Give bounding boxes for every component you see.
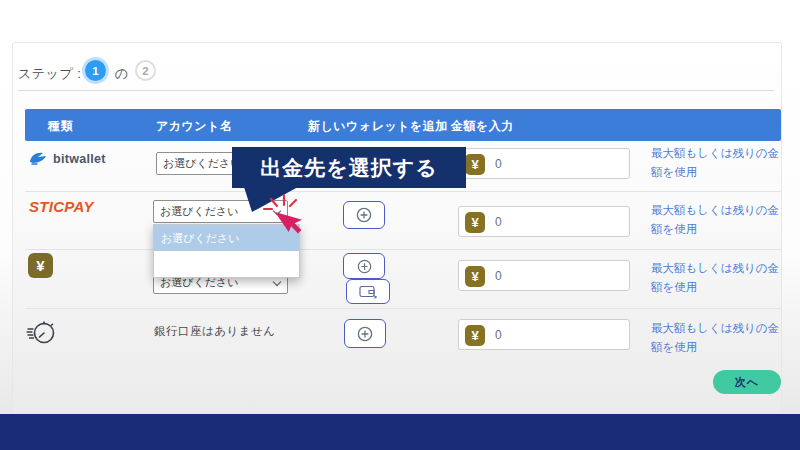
yen-badge-icon: ¥ xyxy=(465,266,485,287)
plus-circle-icon xyxy=(357,259,372,274)
use-max-link[interactable]: 最大額もしくは残りの金額を使用 xyxy=(651,319,787,356)
amount-input-yen[interactable]: ¥ 0 xyxy=(458,260,630,291)
sticpay-logo: STICPAY xyxy=(29,198,94,215)
click-cursor-icon xyxy=(258,190,310,256)
divider xyxy=(25,308,781,309)
yen-badge-icon: ¥ xyxy=(465,154,485,175)
amount-value: 0 xyxy=(495,157,502,171)
amount-input-bank[interactable]: ¥ 0 xyxy=(458,319,630,350)
amount-input-bitwallet[interactable]: ¥ 0 xyxy=(458,148,630,179)
bitwallet-logo: bitwallet xyxy=(29,151,106,166)
step-label: ステップ : xyxy=(18,65,81,83)
plus-circle-icon xyxy=(357,326,373,342)
wallet-button[interactable] xyxy=(346,279,390,304)
amount-value: 0 xyxy=(495,269,502,283)
tooltip-select-destination: 出金先を選択する xyxy=(232,147,466,188)
add-wallet-button[interactable] xyxy=(344,319,386,348)
step-2-badge: 2 xyxy=(135,60,156,81)
divider xyxy=(25,191,781,192)
stopwatch-icon xyxy=(26,315,58,351)
table-header: 種類 アカウント名 新しいウォレットを追加 金額を入力 xyxy=(25,109,781,141)
wallet-icon xyxy=(359,284,378,299)
use-max-link[interactable]: 最大額もしくは残りの金額を使用 xyxy=(651,259,787,296)
use-max-link[interactable]: 最大額もしくは残りの金額を使用 xyxy=(651,201,787,238)
use-max-link[interactable]: 最大額もしくは残りの金額を使用 xyxy=(651,144,787,181)
add-wallet-button[interactable] xyxy=(343,201,385,229)
yen-badge-icon: ¥ xyxy=(465,212,485,233)
account-select-value: お選びください xyxy=(163,157,242,169)
amount-value: 0 xyxy=(495,328,502,342)
header-account-name: アカウント名 xyxy=(156,118,232,135)
account-select-value: お選びください xyxy=(160,205,239,217)
no-bank-account-text: 銀行口座はありません xyxy=(154,324,276,339)
amount-value: 0 xyxy=(495,215,502,229)
yen-wallet-icon: ¥ xyxy=(28,253,53,278)
bitwallet-logo-icon xyxy=(29,151,49,166)
footer-bar xyxy=(0,414,800,450)
add-wallet-button[interactable] xyxy=(343,253,385,279)
divider xyxy=(25,249,781,250)
withdrawal-card: ステップ : 1 の 2 種類 アカウント名 新しいウォレットを追加 金額を入力… xyxy=(12,42,782,413)
header-type: 種類 xyxy=(48,118,73,135)
chevron-down-icon xyxy=(273,278,281,286)
header-add-wallet: 新しいウォレットを追加 xyxy=(308,118,448,135)
step-of-text: の xyxy=(115,65,128,83)
bitwallet-logo-text: bitwallet xyxy=(53,152,106,166)
step-1-badge: 1 xyxy=(85,60,106,81)
yen-badge-icon: ¥ xyxy=(465,325,485,346)
next-button[interactable]: 次へ xyxy=(713,370,781,394)
divider xyxy=(18,90,774,91)
amount-input-sticpay[interactable]: ¥ 0 xyxy=(458,206,630,237)
plus-circle-icon xyxy=(356,207,372,223)
header-enter-amount: 金額を入力 xyxy=(451,118,514,135)
